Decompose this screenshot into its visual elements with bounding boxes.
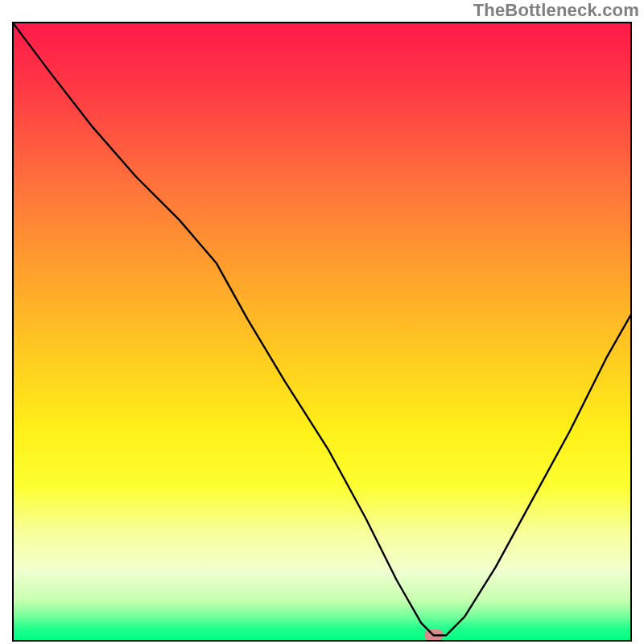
bottleneck-curve [12, 22, 632, 635]
curve-overlay [12, 22, 632, 642]
chart-container [12, 22, 632, 642]
watermark-text: TheBottleneck.com [473, 0, 639, 21]
